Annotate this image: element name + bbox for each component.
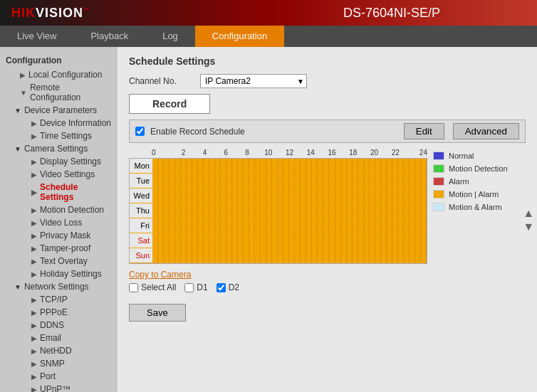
sidebar-item-email[interactable]: ▶ Email xyxy=(0,332,118,344)
scroll-indicator[interactable]: ▲ ▼ xyxy=(523,206,534,233)
schedule-cell[interactable] xyxy=(226,174,232,188)
select-all-checkbox[interactable] xyxy=(129,283,138,292)
schedule-cell[interactable] xyxy=(249,159,255,173)
schedule-cell[interactable] xyxy=(404,218,410,233)
schedule-cell[interactable] xyxy=(175,233,181,248)
schedule-cell[interactable] xyxy=(358,248,364,263)
schedule-cell[interactable] xyxy=(421,174,427,188)
schedule-cell[interactable] xyxy=(266,248,272,263)
nav-log[interactable]: Log xyxy=(145,26,195,47)
schedule-cell[interactable] xyxy=(255,189,261,203)
schedule-cell[interactable] xyxy=(335,233,341,248)
schedule-cell[interactable] xyxy=(381,159,387,173)
schedule-cell[interactable] xyxy=(318,233,323,248)
schedule-cell[interactable] xyxy=(158,174,164,188)
schedule-cell[interactable] xyxy=(347,248,353,263)
schedule-cell[interactable] xyxy=(272,233,278,248)
schedule-cell[interactable] xyxy=(353,189,358,203)
schedule-cell[interactable] xyxy=(238,233,244,248)
schedule-cell[interactable] xyxy=(244,218,249,233)
schedule-cell[interactable] xyxy=(232,248,238,263)
schedule-cell[interactable] xyxy=(289,233,295,248)
schedule-cell[interactable] xyxy=(341,189,347,203)
schedule-cell[interactable] xyxy=(261,159,266,173)
schedule-cell[interactable] xyxy=(381,203,387,218)
schedule-cell[interactable] xyxy=(249,174,255,188)
schedule-cell[interactable] xyxy=(204,203,209,218)
sidebar-item-device-info[interactable]: ▶ Device Information xyxy=(0,117,118,129)
schedule-cell[interactable] xyxy=(249,203,255,218)
schedule-cell[interactable] xyxy=(158,218,164,233)
schedule-cell[interactable] xyxy=(306,203,312,218)
schedule-cell[interactable] xyxy=(181,159,187,173)
schedule-cell[interactable] xyxy=(323,159,329,173)
schedule-cell[interactable] xyxy=(192,174,198,188)
schedule-cell[interactable] xyxy=(318,203,323,218)
schedule-cell[interactable] xyxy=(170,218,175,233)
schedule-cell[interactable] xyxy=(364,203,370,218)
schedule-cell[interactable] xyxy=(209,248,215,263)
schedule-cell[interactable] xyxy=(398,248,404,263)
schedule-cell[interactable] xyxy=(232,233,238,248)
schedule-cell[interactable] xyxy=(404,248,410,263)
schedule-cell[interactable] xyxy=(272,159,278,173)
schedule-cell[interactable] xyxy=(347,233,353,248)
schedule-cell[interactable] xyxy=(404,203,410,218)
schedule-cell[interactable] xyxy=(198,174,204,188)
schedule-cell[interactable] xyxy=(415,159,421,173)
schedule-cell[interactable] xyxy=(353,218,358,233)
schedule-cell[interactable] xyxy=(226,248,232,263)
schedule-cell[interactable] xyxy=(341,218,347,233)
schedule-cell[interactable] xyxy=(295,218,301,233)
schedule-cell[interactable] xyxy=(398,233,404,248)
schedule-cell[interactable] xyxy=(353,248,358,263)
schedule-cell[interactable] xyxy=(244,203,249,218)
schedule-cell[interactable] xyxy=(232,159,238,173)
sidebar-item-text-overlay[interactable]: ▶ Text Overlay xyxy=(0,255,118,267)
schedule-cell[interactable] xyxy=(215,233,221,248)
channel-select-wrapper[interactable]: IP Camera2 xyxy=(200,74,307,88)
schedule-cell[interactable] xyxy=(175,203,181,218)
schedule-cell[interactable] xyxy=(204,159,209,173)
schedule-cell[interactable] xyxy=(192,218,198,233)
schedule-cell[interactable] xyxy=(323,248,329,263)
schedule-cell[interactable] xyxy=(158,203,164,218)
schedule-cell[interactable] xyxy=(209,233,215,248)
sidebar-item-display-settings[interactable]: ▶ Display Settings xyxy=(0,155,118,168)
schedule-cell[interactable] xyxy=(170,174,175,188)
schedule-cell[interactable] xyxy=(375,218,381,233)
schedule-cell[interactable] xyxy=(192,159,198,173)
schedule-cell[interactable] xyxy=(278,218,283,233)
schedule-cell[interactable] xyxy=(244,159,249,173)
schedule-cell[interactable] xyxy=(312,189,318,203)
schedule-cell[interactable] xyxy=(238,203,244,218)
schedule-cell[interactable] xyxy=(404,174,410,188)
schedule-cell[interactable] xyxy=(192,189,198,203)
schedule-cell[interactable] xyxy=(238,189,244,203)
schedule-cell[interactable] xyxy=(381,248,387,263)
schedule-cell[interactable] xyxy=(341,233,347,248)
schedule-cell[interactable] xyxy=(323,233,329,248)
sidebar-item-ddns[interactable]: ▶ DDNS xyxy=(0,319,118,332)
schedule-cell[interactable] xyxy=(381,174,387,188)
schedule-cell[interactable] xyxy=(289,248,295,263)
d2-checkbox[interactable] xyxy=(217,283,226,292)
schedule-cell[interactable] xyxy=(158,159,164,173)
schedule-cell[interactable] xyxy=(335,203,341,218)
schedule-cell[interactable] xyxy=(192,248,198,263)
schedule-cell[interactable] xyxy=(312,174,318,188)
schedule-cell[interactable] xyxy=(181,174,187,188)
schedule-cell[interactable] xyxy=(232,189,238,203)
schedule-cell[interactable] xyxy=(387,218,392,233)
schedule-cell[interactable] xyxy=(323,218,329,233)
schedule-cell[interactable] xyxy=(261,189,266,203)
schedule-cell[interactable] xyxy=(370,248,375,263)
schedule-cell[interactable] xyxy=(272,203,278,218)
schedule-cell[interactable] xyxy=(187,159,192,173)
schedule-cell[interactable] xyxy=(198,233,204,248)
schedule-cell[interactable] xyxy=(323,203,329,218)
schedule-cell[interactable] xyxy=(370,174,375,188)
schedule-cell[interactable] xyxy=(415,174,421,188)
schedule-cell[interactable] xyxy=(410,159,415,173)
schedule-cell[interactable] xyxy=(255,174,261,188)
